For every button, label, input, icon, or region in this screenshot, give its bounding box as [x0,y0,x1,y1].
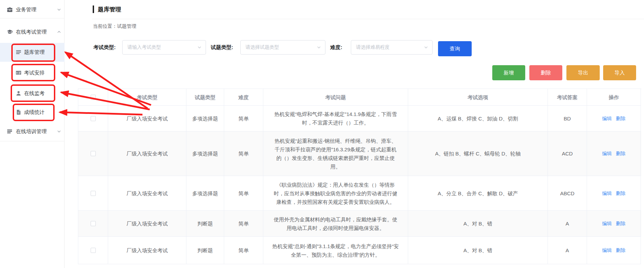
delete-button[interactable]: 删除 [529,65,562,80]
question-type-label: 试题类型: [211,44,233,51]
sidebar-item-online-training-management[interactable]: 在线培训管理 [0,125,65,138]
sidebar-item-label: 考试安排 [24,70,45,76]
export-button[interactable]: 导出 [566,65,600,80]
question-type-cell: 多项选择题 [186,176,224,211]
title-accent-bar [93,5,94,13]
delete-link[interactable]: 删除 [616,149,625,158]
difficulty-cell: 简单 [224,176,263,211]
row-select-cell [78,131,108,176]
difficulty-select[interactable]: 请选择难易程度 [351,40,433,55]
briefcase-icon [7,7,13,13]
question-type-placeholder: 请选择试题类型 [245,44,279,50]
options-cell: A、运煤 B、焊接 C、卸油 D、切割 [408,106,548,131]
delete-link[interactable]: 删除 [616,189,625,198]
sidebar-item-business-management[interactable]: 业务管理 [0,3,65,16]
sidebar-item-question-bank-management[interactable]: 题库管理 [0,45,65,59]
options-cell: A、分立 B、合并 C、解散 D、破产 [408,176,548,211]
exam-type-label: 考试类型: [93,44,116,51]
id-card-icon [16,70,21,75]
answer-cell: A [548,211,587,237]
question-type-cell: 多项选择题 [186,131,224,176]
chevron-down-icon [57,8,61,12]
delete-link[interactable]: 删除 [616,219,625,228]
difficulty-placeholder: 请选择难易程度 [356,44,390,50]
row-checkbox[interactable] [91,248,96,253]
import-button[interactable]: 导入 [603,65,636,80]
question-cell: 热机安规“电焊和气焊-基本规定”14.1.9条规定，下雨雪时，不宜露天进行（）工… [263,106,408,131]
operations-cell: 编辑删除 [587,176,641,211]
row-select-cell [78,176,108,211]
graduation-cap-icon [7,29,13,35]
options-cell: A、对 B、错 [408,237,548,264]
answer-cell: ABCD [548,176,587,211]
exam-type-cell: 厂级入场安全考试 [108,106,186,131]
sidebar-item-online-proctoring[interactable]: 在线监考 [0,86,65,100]
question-type-select[interactable]: 请选择试题类型 [240,40,325,55]
list-icon [16,49,21,55]
table-row: 厂级入场安全考试 多项选择题 简单 热机安规“起重和搬运-钢丝绳、纤维绳、吊钩、… [78,131,641,176]
query-button[interactable]: 查询 [438,41,472,56]
list-icon [7,129,13,135]
question-table: 考试类型 试题类型 难度 考试问题 考试选项 考试答案 操作 厂级入场安全考试 … [78,89,641,264]
sidebar-item-label: 题库管理 [24,49,45,56]
row-checkbox[interactable] [91,191,96,196]
difficulty-cell: 简单 [224,211,263,237]
question-type-cell: 判断题 [186,211,224,237]
row-select-cell [78,237,108,264]
question-cell: 使用外壳为金属材料的电动工具时，应戴绝缘手套。使用电动工具时，必须同时使用漏电保… [263,211,408,237]
question-type-cell: 多项选择题 [186,106,224,131]
edit-link[interactable]: 编辑 [602,189,612,198]
document-icon [16,109,21,115]
sidebar-item-score-statistics[interactable]: 成绩统计 [0,105,65,119]
sidebar-item-online-exam-management[interactable]: 在线考试管理 [0,25,65,39]
select-all-cell [78,89,108,106]
delete-link[interactable]: 删除 [616,246,625,255]
table-row: 厂级入场安全考试 判断题 简单 使用外壳为金属材料的电动工具时，应戴绝缘手套。使… [78,211,641,237]
column-header-question-type: 试题类型 [186,89,224,106]
answer-cell: ACD [548,131,587,176]
sidebar-divider [0,18,65,19]
page-title: 题库管理 [98,5,121,13]
column-header-question: 考试问题 [263,89,408,106]
operations-cell: 编辑删除 [587,237,641,264]
column-header-options: 考试选项 [408,89,548,106]
column-header-difficulty: 难度 [224,89,263,106]
exam-type-placeholder: 请输入考试类型 [127,44,161,50]
difficulty-cell: 简单 [224,131,263,176]
sidebar-item-label: 在线监考 [24,90,45,97]
add-button[interactable]: 新增 [492,65,525,80]
header-divider [92,19,644,19]
exam-type-select[interactable]: 请输入考试类型 [122,40,206,55]
row-select-cell [78,211,108,237]
question-cell: 热机安规“总则-通则”3.1.1条规定，电力生产必须坚持“安全第一、预防为主、综… [263,237,408,264]
column-header-answer: 考试答案 [548,89,587,106]
options-cell: A、链扣 B、螺杆 C、蜗母轮 D、轮轴 [408,131,548,176]
select-all-checkbox[interactable] [91,95,96,100]
operations-cell: 编辑删除 [587,106,641,131]
sidebar-item-label: 在线考试管理 [16,29,47,35]
chevron-up-icon [57,30,61,34]
row-checkbox[interactable] [91,116,96,121]
answer-cell: BD [548,106,587,131]
row-select-cell [78,106,108,131]
column-header-exam-type: 考试类型 [108,89,186,106]
sidebar-item-exam-arrangement[interactable]: 考试安排 [0,66,65,80]
sidebar-divider [0,141,65,141]
chevron-down-icon [424,45,428,49]
table-header-row: 考试类型 试题类型 难度 考试问题 考试选项 考试答案 操作 [78,89,641,106]
difficulty-cell: 简单 [224,237,263,264]
table-row: 厂级入场安全考试 多项选择题 简单 《职业病防治法》规定：用人单位在发生（）等情… [78,176,641,211]
chevron-down-icon [317,45,321,49]
row-checkbox[interactable] [91,151,96,156]
table-row: 厂级入场安全考试 判断题 简单 热机安规“总则-通则”3.1.1条规定，电力生产… [78,237,641,264]
edit-link[interactable]: 编辑 [602,219,612,228]
chevron-down-icon [197,45,202,49]
row-checkbox[interactable] [91,221,96,226]
edit-link[interactable]: 编辑 [602,114,612,123]
delete-link[interactable]: 删除 [616,114,625,123]
exam-type-cell: 厂级入场安全考试 [108,176,186,211]
edit-link[interactable]: 编辑 [602,246,612,255]
edit-link[interactable]: 编辑 [602,149,612,158]
breadcrumb-label: 当前位置： [93,23,117,29]
difficulty-label: 难度: [330,44,342,51]
